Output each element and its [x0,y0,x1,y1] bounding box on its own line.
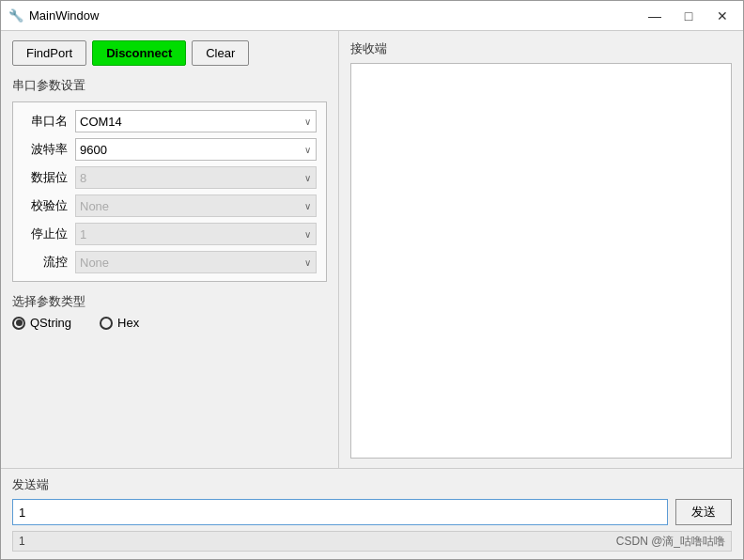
bottom-panel: 发送端 发送 1 CSDN @滴_咕噜咕噜 [1,468,743,559]
baud-select-wrapper: 9600 [75,138,317,161]
send-title: 发送端 [12,476,732,493]
stopbits-label: 停止位 [23,226,68,242]
send-button[interactable]: 发送 [675,499,732,525]
port-select[interactable]: COM14 [75,110,317,132]
flow-label: 流控 [23,254,68,271]
serial-section-title: 串口参数设置 [12,77,327,94]
main-content: FindPort Disconnect Clear 串口参数设置 串口名 COM… [1,31,743,468]
clear-button[interactable]: Clear [192,40,249,66]
close-button[interactable]: ✕ [709,6,736,26]
databits-select: 8 [75,166,317,189]
parity-select-wrapper: None [75,194,317,217]
title-bar-controls: — □ ✕ [642,6,736,26]
radio-hex-label: Hex [117,316,139,330]
stopbits-select-wrapper: 1 [75,223,317,245]
main-window: 🔧 MainWindow — □ ✕ FindPort Disconnect C… [0,0,744,560]
baud-label: 波特率 [23,141,68,158]
title-bar-left: 🔧 MainWindow [8,8,99,23]
port-select-wrapper: COM14 [75,110,317,132]
disconnect-button[interactable]: Disconnect [92,40,186,66]
radio-hex[interactable]: Hex [100,316,139,330]
radio-group: QString Hex [12,316,327,330]
send-input[interactable] [12,499,668,525]
minimize-button[interactable]: — [642,6,668,26]
radio-qstring-label: QString [30,316,71,330]
baud-select[interactable]: 9600 [75,138,317,161]
top-buttons: FindPort Disconnect Clear [12,40,327,66]
send-row: 发送 [12,499,732,525]
parity-label: 校验位 [23,197,68,214]
stopbits-select: 1 [75,223,317,245]
status-bar: 1 CSDN @滴_咕噜咕噜 [12,531,732,552]
radio-qstring[interactable]: QString [12,316,71,330]
recv-title: 接收端 [350,40,732,57]
param-row-flow: 流控 None [23,251,317,273]
recv-area [350,63,732,459]
param-row-stopbits: 停止位 1 [23,223,317,245]
param-row-baud: 波特率 9600 [23,138,317,161]
status-right: CSDN @滴_咕噜咕噜 [616,534,725,550]
left-panel: FindPort Disconnect Clear 串口参数设置 串口名 COM… [1,31,339,468]
type-section: 选择参数类型 QString Hex [12,293,327,330]
app-icon: 🔧 [8,8,23,23]
title-bar: 🔧 MainWindow — □ ✕ [1,1,743,31]
param-row-port: 串口名 COM14 [23,110,317,132]
right-panel: 接收端 [339,31,743,468]
param-row-databits: 数据位 8 [23,166,317,189]
window-title: MainWindow [29,8,99,23]
databits-select-wrapper: 8 [75,166,317,189]
parity-select: None [75,194,317,217]
params-group: 串口名 COM14 波特率 9600 [12,101,327,282]
port-label: 串口名 [23,113,68,130]
status-left: 1 [19,535,25,548]
flow-select: None [75,251,317,273]
radio-hex-circle [100,317,113,330]
radio-qstring-circle [12,317,25,330]
maximize-button[interactable]: □ [675,6,702,26]
flow-select-wrapper: None [75,251,317,273]
databits-label: 数据位 [23,169,68,186]
findport-button[interactable]: FindPort [12,40,86,66]
type-section-title: 选择参数类型 [12,293,327,310]
param-row-parity: 校验位 None [23,194,317,217]
